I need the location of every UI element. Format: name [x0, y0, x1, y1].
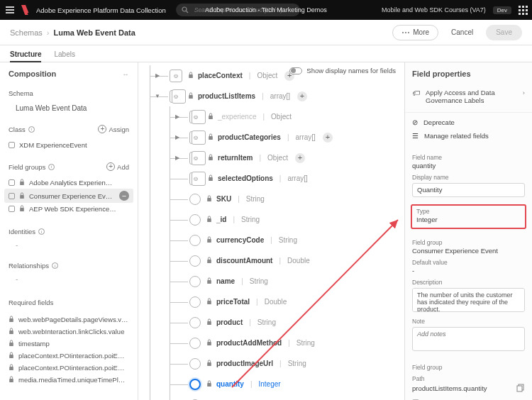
chevron-right-icon[interactable]: ▶	[174, 155, 181, 161]
chevron-right-icon[interactable]: ▶	[174, 113, 181, 120]
add-field-icon[interactable]: +	[297, 91, 307, 101]
tree-node[interactable]: productAddMethod|String	[138, 333, 404, 353]
tree-node[interactable]: productImageUrl|String	[138, 353, 404, 374]
related-icon: ☰	[412, 132, 419, 140]
field-node-icon	[189, 255, 201, 267]
add-field-icon[interactable]: +	[295, 153, 305, 163]
lock-icon	[206, 360, 212, 367]
tree-node[interactable]: SKU|String	[138, 189, 404, 209]
chevron-down-icon[interactable]: ▼	[154, 93, 161, 99]
sandbox-link[interactable]: Mobile and Web SDK Courses (VA7)	[382, 6, 486, 13]
required-field-item[interactable]: media.mediaTimed.uniqueTimePl…	[6, 374, 132, 386]
remove-icon[interactable]: −	[119, 191, 129, 201]
tree-node[interactable]: product|String	[138, 312, 404, 333]
required-field-item[interactable]: timestamp	[6, 338, 132, 350]
svg-rect-20	[207, 260, 211, 263]
fieldgroup-item[interactable]: Adobe Analytics Experien…	[4, 177, 133, 189]
chevron-right-icon[interactable]: ▶	[154, 72, 161, 79]
chevron-right-icon[interactable]: ▶	[174, 134, 181, 140]
tree-node[interactable]: priceTotal|Double	[138, 291, 404, 312]
svg-rect-16	[209, 177, 213, 181]
tree-node[interactable]: refundAmount|Double	[138, 394, 404, 400]
composition-title: Composition	[9, 70, 56, 78]
app-switcher-icon[interactable]	[519, 6, 528, 15]
assign-class-button[interactable]: +Assign	[98, 125, 129, 133]
more-button[interactable]: ⋯More	[392, 25, 438, 40]
deprecate-button[interactable]: ⊘Deprecate	[405, 113, 532, 132]
apply-labels-button[interactable]: 🏷 Apply Access and Data Governance Label…	[405, 85, 532, 113]
schema-label: Schema	[0, 85, 138, 101]
field-type: array[]	[296, 133, 316, 141]
toggle-label: Show display names for fields	[306, 67, 396, 74]
field-type: Integer	[259, 380, 281, 388]
svg-rect-26	[207, 383, 211, 387]
relationships-empty: -	[0, 274, 138, 284]
tree-node[interactable]: ▶⌾_experience|Object	[138, 106, 404, 127]
crumb-current: Luma Web Event Data	[54, 28, 135, 37]
field-node-icon	[189, 276, 201, 287]
display-names-toggle[interactable]: Show display names for fields	[289, 67, 396, 74]
add-field-icon[interactable]: +	[323, 133, 333, 143]
lock-icon	[208, 113, 214, 121]
toggle-icon[interactable]	[289, 67, 302, 74]
tree-node[interactable]: ⌾selectedOptions|array[]	[138, 168, 404, 189]
tree-node[interactable]: discountAmount|Double	[138, 250, 404, 271]
note-input[interactable]	[412, 327, 525, 351]
fieldgroup-item[interactable]: Consumer Experience Ev…−	[4, 189, 133, 203]
save-button: Save	[486, 25, 522, 40]
tree-node[interactable]: ▶⌾returnItem|Object+	[138, 148, 404, 168]
info-icon[interactable]: i	[48, 164, 55, 170]
tree-node[interactable]: ▼⌾productListItems|array[]+	[138, 86, 404, 106]
info-icon[interactable]: i	[52, 262, 58, 269]
tab-structure[interactable]: Structure	[10, 50, 41, 62]
checkbox-icon[interactable]	[9, 179, 15, 186]
crumb-schemas[interactable]: Schemas	[10, 28, 43, 37]
field-name: placeContext	[198, 72, 243, 79]
required-field-item[interactable]: web.webPageDetails.pageViews.v…	[6, 313, 132, 326]
info-icon[interactable]: i	[38, 228, 45, 235]
field-type: Double	[287, 257, 310, 265]
required-field-item[interactable]: placeContext.POIinteraction.poiE…	[6, 350, 132, 362]
add-fieldgroup-button[interactable]: +Add	[106, 162, 129, 171]
lock-icon	[206, 236, 212, 244]
checkbox-icon[interactable]	[9, 193, 15, 199]
svg-rect-8	[9, 355, 13, 358]
lock-icon	[206, 318, 212, 326]
field-node-icon	[189, 214, 201, 226]
hamburger-icon[interactable]	[0, 0, 20, 20]
fieldgroup-value: Consumer Experience Event	[412, 247, 525, 255]
tree-node[interactable]: quantity|Integer	[138, 374, 404, 394]
info-icon[interactable]: i	[28, 126, 35, 133]
field-type: String	[250, 277, 268, 285]
display-name-input[interactable]	[412, 183, 525, 197]
default-label: Default value	[412, 259, 525, 266]
search-icon	[182, 6, 189, 13]
lock-icon	[9, 340, 14, 348]
schema-name[interactable]: Luma Web Event Data	[0, 101, 138, 121]
fieldgroup-item[interactable]: AEP Web SDK Experience…	[4, 203, 133, 215]
manage-related-button[interactable]: ☰Manage related fields	[405, 132, 532, 145]
svg-rect-13	[209, 116, 213, 119]
fieldgroup-label-2: Field group	[412, 364, 525, 371]
svg-rect-17	[207, 198, 211, 201]
cancel-button[interactable]: Cancel	[447, 28, 477, 37]
array-object-icon: ⌾	[189, 152, 202, 165]
description-label: Description	[412, 279, 525, 286]
description-input[interactable]	[412, 288, 525, 312]
class-item[interactable]: XDM ExperienceEvent	[4, 139, 133, 151]
adobe-logo-icon	[21, 5, 32, 15]
tab-labels[interactable]: Labels	[54, 50, 74, 62]
field-type: String	[297, 339, 315, 347]
tree-node[interactable]: _id|String	[138, 209, 404, 230]
tree-node[interactable]: name|String	[138, 271, 404, 291]
tree-node[interactable]: currencyCode|String	[138, 230, 404, 250]
field-node-icon	[189, 338, 201, 349]
checkbox-icon[interactable]	[9, 206, 15, 212]
array-object-icon: ⌾	[189, 172, 202, 185]
copy-icon[interactable]	[516, 384, 525, 392]
drag-handle-icon[interactable]: ↔	[122, 70, 129, 78]
required-field-item[interactable]: placeContext.POIinteraction.poiE…	[6, 362, 132, 374]
svg-rect-15	[209, 157, 213, 160]
required-field-item[interactable]: web.webInteraction.linkClicks.value	[6, 326, 132, 338]
tree-node[interactable]: ▶⌾productCategories|array[]+	[138, 127, 404, 148]
